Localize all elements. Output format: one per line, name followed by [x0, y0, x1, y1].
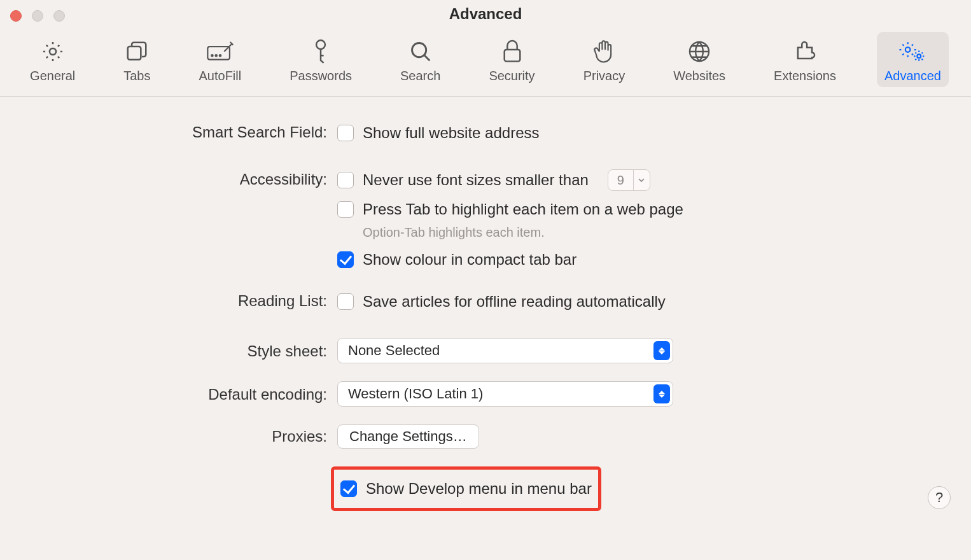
encoding-select[interactable]: Western (ISO Latin 1)	[337, 381, 673, 407]
tab-label: Security	[489, 69, 534, 83]
puzzle-icon	[793, 38, 817, 65]
section-label: Default encoding:	[0, 381, 337, 404]
change-settings-button[interactable]: Change Settings…	[337, 424, 479, 449]
accessibility-section: Accessibility: Never use font sizes smal…	[0, 169, 971, 278]
min-font-size-checkbox[interactable]	[337, 172, 354, 188]
select-value: Western (ISO Latin 1)	[348, 386, 483, 402]
reading-list-section: Reading List: Save articles for offline …	[0, 291, 971, 320]
svg-point-11	[918, 54, 921, 58]
search-icon	[409, 38, 433, 65]
svg-point-5	[220, 55, 221, 57]
chevron-down-icon	[633, 170, 650, 190]
titlebar: Advanced	[0, 0, 971, 28]
section-label	[0, 466, 337, 467]
pencil-box-icon	[206, 38, 234, 65]
select-value: None Selected	[348, 342, 440, 359]
svg-point-7	[412, 43, 426, 57]
help-button[interactable]: ?	[928, 486, 951, 509]
svg-point-6	[316, 40, 325, 49]
checkbox-label: Show colour in compact tab bar	[363, 251, 576, 269]
encoding-section: Default encoding: Western (ISO Latin 1)	[0, 381, 971, 407]
tab-label: Extensions	[774, 69, 836, 83]
tab-label: AutoFill	[199, 69, 241, 83]
minimize-window-icon[interactable]	[32, 10, 43, 22]
checkbox-label: Show Develop menu in menu bar	[366, 480, 592, 498]
svg-rect-8	[504, 50, 520, 61]
tab-websites[interactable]: Websites	[666, 32, 733, 87]
font-size-stepper[interactable]: 9	[608, 169, 650, 191]
tab-privacy[interactable]: Privacy	[576, 32, 633, 87]
style-sheet-section: Style sheet: None Selected	[0, 338, 971, 363]
svg-rect-1	[128, 46, 141, 60]
updown-arrows-icon	[653, 384, 670, 403]
checkbox-label: Save articles for offline reading automa…	[363, 293, 666, 311]
tab-label: Search	[400, 69, 440, 83]
font-size-value: 9	[608, 173, 633, 188]
window-title: Advanced	[0, 0, 971, 28]
tab-passwords[interactable]: Passwords	[282, 32, 360, 87]
svg-point-3	[211, 55, 213, 57]
tab-autofill[interactable]: AutoFill	[191, 32, 249, 87]
style-sheet-select[interactable]: None Selected	[337, 338, 673, 363]
tab-general[interactable]: General	[22, 32, 83, 87]
tab-label: Privacy	[583, 69, 625, 83]
preferences-window: Advanced General Tabs AutoFill Passwords	[0, 0, 971, 560]
checkbox-label: Never use font sizes smaller than	[363, 171, 589, 189]
tab-advanced[interactable]: Advanced	[877, 32, 949, 87]
compact-tab-colour-checkbox[interactable]	[337, 251, 354, 268]
preferences-toolbar: General Tabs AutoFill Passwords Search	[0, 28, 971, 97]
window-controls	[10, 10, 65, 22]
tab-security[interactable]: Security	[481, 32, 542, 87]
tab-tabs[interactable]: Tabs	[116, 32, 158, 87]
offline-reading-checkbox[interactable]	[337, 293, 354, 310]
advanced-pane: Smart Search Field: Show full website ad…	[0, 97, 971, 511]
svg-point-0	[50, 48, 56, 55]
tab-label: Advanced	[884, 69, 941, 83]
checkbox-label: Press Tab to highlight each item on a we…	[363, 200, 683, 218]
tab-label: Passwords	[290, 69, 352, 83]
updown-arrows-icon	[653, 341, 670, 360]
tab-extensions[interactable]: Extensions	[766, 32, 844, 87]
section-label: Smart Search Field:	[0, 122, 337, 142]
highlight-annotation: Show Develop menu in menu bar	[331, 466, 601, 511]
zoom-window-icon[interactable]	[53, 10, 65, 22]
show-develop-menu-checkbox[interactable]	[340, 480, 357, 497]
section-label: Style sheet:	[0, 338, 337, 361]
smart-search-section: Smart Search Field: Show full website ad…	[0, 122, 971, 151]
tab-search[interactable]: Search	[393, 32, 448, 87]
section-label: Reading List:	[0, 291, 337, 311]
develop-section: Show Develop menu in menu bar	[0, 466, 971, 511]
close-window-icon[interactable]	[10, 10, 22, 22]
button-label: Change Settings…	[349, 428, 467, 445]
tabs-icon	[125, 38, 149, 65]
section-label: Accessibility:	[0, 169, 337, 189]
key-icon	[310, 38, 332, 65]
help-icon: ?	[935, 489, 943, 506]
tab-label: Websites	[673, 69, 725, 83]
lock-icon	[501, 38, 523, 65]
proxies-section: Proxies: Change Settings…	[0, 424, 971, 449]
tab-label: General	[30, 69, 75, 83]
hand-icon	[592, 38, 615, 65]
checkbox-label: Show full website address	[363, 124, 539, 142]
svg-point-10	[905, 47, 911, 52]
tab-label: Tabs	[123, 69, 150, 83]
gear-icon	[41, 38, 65, 65]
tab-highlight-checkbox[interactable]	[337, 201, 354, 218]
svg-point-4	[215, 55, 217, 57]
gears-icon	[898, 38, 926, 65]
hint-text: Option-Tab highlights each item.	[363, 225, 971, 240]
globe-icon	[687, 38, 711, 65]
section-label: Proxies:	[0, 424, 337, 446]
show-full-address-checkbox[interactable]	[337, 125, 354, 141]
